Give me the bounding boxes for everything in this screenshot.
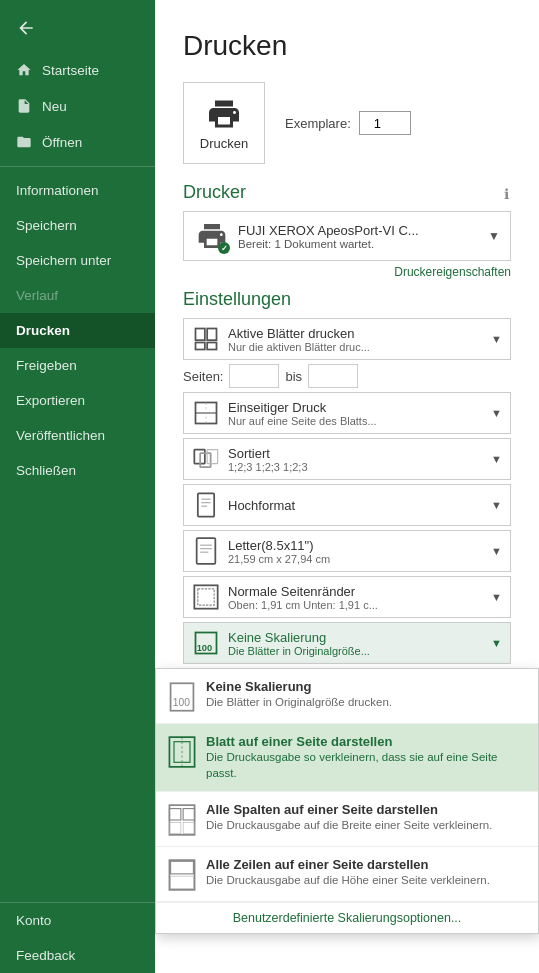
sidebar-item-oeffnen[interactable]: Öffnen <box>0 124 155 160</box>
print-button[interactable]: Drucken <box>183 82 265 164</box>
sheets-icon <box>192 325 220 353</box>
setting-duplex[interactable]: Einseitiger Druck Nur auf eine Seite des… <box>183 392 511 434</box>
sidebar-item-schliessen[interactable]: Schließen <box>0 453 155 488</box>
setting-sheets-arrow: ▼ <box>491 333 502 345</box>
sidebar-item-speichern[interactable]: Speichern <box>0 208 155 243</box>
dropdown-item-fit-cols[interactable]: Alle Spalten auf einer Seite darstellen … <box>156 792 538 847</box>
main-content: Drucken Drucken Exemplare: Drucker ℹ ✓ <box>155 0 539 973</box>
sidebar-item-feedback[interactable]: Feedback <box>0 938 155 973</box>
home-icon <box>16 62 32 78</box>
print-area: Drucken Exemplare: <box>183 82 511 164</box>
printer-status: Bereit: 1 Dokument wartet. <box>238 238 480 250</box>
svg-rect-28 <box>169 809 180 820</box>
pages-label: Seiten: <box>183 369 223 384</box>
setting-margins-text: Normale Seitenränder Oben: 1,91 cm Unten… <box>228 584 491 611</box>
setting-orientation[interactable]: Hochformat ▼ <box>183 484 511 526</box>
dropdown-item-no-scale-text: Keine Skalierung Die Blätter in Original… <box>206 679 526 710</box>
orientation-icon <box>192 491 220 519</box>
svg-rect-29 <box>183 809 194 820</box>
copies-input[interactable] <box>359 111 411 135</box>
printer-name: FUJI XEROX ApeosPort-VI C... <box>238 223 428 238</box>
copies-area: Exemplare: <box>285 111 411 135</box>
svg-rect-1 <box>207 329 216 341</box>
sidebar-item-freigeben[interactable]: Freigeben <box>0 348 155 383</box>
sidebar-item-startseite[interactable]: Startseite <box>0 52 155 88</box>
scaling-icon: 100 <box>192 629 220 657</box>
print-icon <box>206 96 242 132</box>
sidebar-item-exportieren[interactable]: Exportieren <box>0 383 155 418</box>
document-new-icon <box>16 98 32 114</box>
duplex-icon <box>192 399 220 427</box>
setting-sheets-text: Aktive Blätter drucken Nur die aktiven B… <box>228 326 491 353</box>
setting-margins-arrow: ▼ <box>491 591 502 603</box>
setting-collate[interactable]: Sortiert 1;2;3 1;2;3 1;2;3 ▼ <box>183 438 511 480</box>
custom-scaling-btn[interactable]: Benutzerdefinierte Skalierungsoptionen..… <box>156 902 538 933</box>
svg-rect-32 <box>169 860 194 890</box>
info-icon: ℹ <box>504 186 509 202</box>
printer-properties-link[interactable]: Druckereigenschaften <box>183 265 511 279</box>
setting-sheets[interactable]: Aktive Blätter drucken Nur die aktiven B… <box>183 318 511 360</box>
fit-page-icon <box>168 736 196 768</box>
setting-collate-text: Sortiert 1;2;3 1;2;3 1;2;3 <box>228 446 491 473</box>
sidebar-item-konto[interactable]: Konto <box>0 903 155 938</box>
page-title: Drucken <box>183 30 511 62</box>
printer-selector[interactable]: ✓ FUJI XEROX ApeosPort-VI C... Bereit: 1… <box>183 211 511 261</box>
dropdown-item-fit-page[interactable]: Blatt auf einer Seite darstellen Die Dru… <box>156 724 538 792</box>
setting-collate-arrow: ▼ <box>491 453 502 465</box>
printer-section-header: Drucker <box>183 182 511 203</box>
pages-to-label: bis <box>285 369 302 384</box>
svg-text:100: 100 <box>197 643 213 653</box>
setting-scaling-text: Keine Skalierung Die Blätter in Original… <box>228 630 491 657</box>
settings-section-header: Einstellungen <box>183 289 511 310</box>
svg-rect-33 <box>171 861 194 874</box>
margins-icon <box>192 583 220 611</box>
setting-margins[interactable]: Normale Seitenränder Oben: 1,91 cm Unten… <box>183 576 511 618</box>
setting-orientation-arrow: ▼ <box>491 499 502 511</box>
svg-rect-14 <box>197 538 216 564</box>
printer-dropdown-arrow: ▼ <box>488 229 500 243</box>
svg-rect-34 <box>171 876 194 889</box>
dropdown-item-fit-cols-text: Alle Spalten auf einer Seite darstellen … <box>206 802 526 833</box>
copies-label: Exemplare: <box>285 116 351 131</box>
dropdown-item-fit-rows-text: Alle Zeilen auf einer Seite darstellen D… <box>206 857 526 888</box>
svg-rect-30 <box>169 822 180 833</box>
dropdown-item-fit-page-text: Blatt auf einer Seite darstellen Die Dru… <box>206 734 526 781</box>
pages-from-input[interactable] <box>229 364 279 388</box>
printer-info: FUJI XEROX ApeosPort-VI C... Bereit: 1 D… <box>238 223 480 250</box>
sidebar-item-informationen[interactable]: Informationen <box>0 173 155 208</box>
svg-rect-9 <box>207 450 218 464</box>
setting-paper-text: Letter(8.5x11") 21,59 cm x 27,94 cm <box>228 538 491 565</box>
setting-scaling[interactable]: 100 Keine Skalierung Die Blätter in Orig… <box>183 622 511 664</box>
setting-duplex-text: Einseitiger Druck Nur auf eine Seite des… <box>228 400 491 427</box>
sidebar-item-neu[interactable]: Neu <box>0 88 155 124</box>
dropdown-item-no-scale[interactable]: 100 Keine Skalierung Die Blätter in Orig… <box>156 669 538 724</box>
sidebar-item-drucken[interactable]: Drucken <box>0 313 155 348</box>
setting-paper-arrow: ▼ <box>491 545 502 557</box>
back-icon <box>16 18 36 38</box>
sidebar-item-verlauf: Verlauf <box>0 278 155 313</box>
fit-cols-icon <box>168 804 196 836</box>
folder-open-icon <box>16 134 32 150</box>
setting-duplex-arrow: ▼ <box>491 407 502 419</box>
sidebar-item-veroeffentlichen[interactable]: Veröffentlichen <box>0 418 155 453</box>
setting-paper[interactable]: Letter(8.5x11") 21,59 cm x 27,94 cm ▼ <box>183 530 511 572</box>
svg-rect-19 <box>198 589 214 605</box>
svg-rect-0 <box>196 329 205 341</box>
no-scale-icon: 100 <box>168 681 196 713</box>
sidebar-item-label: Startseite <box>42 63 99 78</box>
sidebar-bottom: Konto Feedback <box>0 902 155 973</box>
scaling-dropdown: 100 Keine Skalierung Die Blätter in Orig… <box>155 668 539 934</box>
svg-rect-10 <box>198 493 214 516</box>
svg-text:100: 100 <box>173 697 190 708</box>
back-button[interactable] <box>0 0 155 52</box>
svg-rect-2 <box>196 343 205 350</box>
print-button-label: Drucken <box>200 136 248 151</box>
sidebar: Startseite Neu Öffnen Informationen Spei… <box>0 0 155 973</box>
svg-rect-31 <box>183 822 194 833</box>
sidebar-item-label: Öffnen <box>42 135 82 150</box>
fit-rows-icon <box>168 859 196 891</box>
setting-scaling-arrow: ▼ <box>491 637 502 649</box>
sidebar-item-speichern-unter[interactable]: Speichern unter <box>0 243 155 278</box>
dropdown-item-fit-rows[interactable]: Alle Zeilen auf einer Seite darstellen D… <box>156 847 538 902</box>
pages-to-input[interactable] <box>308 364 358 388</box>
